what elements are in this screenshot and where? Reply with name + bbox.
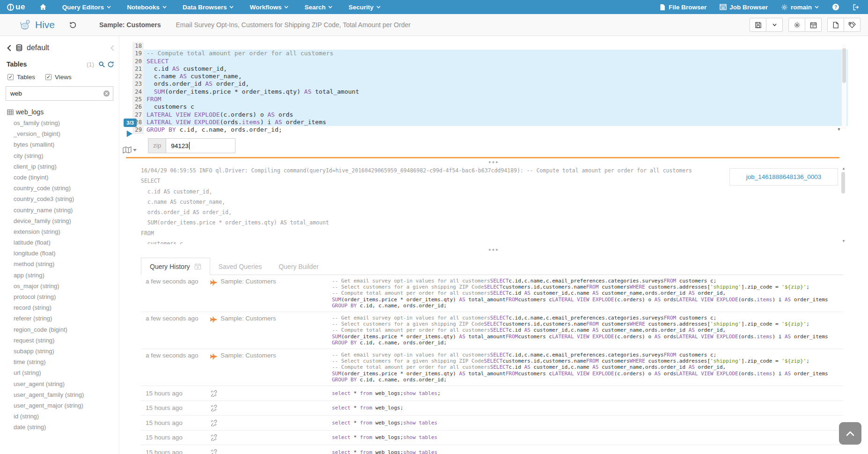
history-row[interactable]: 15 hours agoselect * from web_logs;show …: [141, 416, 843, 431]
column-item[interactable]: time (string): [7, 357, 119, 367]
nav-item-workflows[interactable]: Workflows: [242, 0, 296, 14]
code-line[interactable]: 21 c.id AS customer_id,: [132, 65, 848, 73]
document-subtitle[interactable]: Email Survey Opt-Ins, Customers for Ship…: [176, 21, 411, 29]
column-item[interactable]: longitude (float): [7, 248, 119, 259]
column-item[interactable]: user_agent_family (string): [7, 389, 119, 400]
nav-item-query-editors[interactable]: Query Editors: [54, 0, 119, 14]
editor-scroll-down-icon[interactable]: ▼: [835, 126, 843, 133]
nav-item-user-menu[interactable]: romain: [774, 0, 825, 14]
scroll-down-icon[interactable]: ▼: [842, 239, 846, 243]
resize-handle[interactable]: ●●●: [119, 160, 868, 164]
code-line[interactable]: 25FROM: [132, 96, 848, 103]
column-item[interactable]: os_major (string): [7, 281, 119, 291]
new-query-button[interactable]: [827, 18, 844, 32]
column-item[interactable]: protocol (string): [7, 291, 119, 302]
column-item[interactable]: city (string): [7, 150, 119, 161]
code-line[interactable]: 26 customers c: [132, 103, 848, 111]
filter-views-checkbox[interactable]: ✓ Views: [45, 74, 72, 81]
nav-item-file-browser[interactable]: File Browser: [653, 0, 713, 14]
execute-button[interactable]: [125, 130, 133, 140]
history-row[interactable]: 15 hours agoselect * from web_logs;show …: [141, 445, 843, 454]
column-item[interactable]: url (string): [7, 367, 119, 378]
column-item[interactable]: country_code (string): [7, 183, 119, 194]
nav-item-security[interactable]: Security: [340, 0, 388, 14]
column-item[interactable]: user_agent (string): [7, 379, 119, 389]
nav-item-search[interactable]: Search: [296, 0, 340, 14]
collapse-assist-icon[interactable]: [110, 45, 114, 51]
scrollbar-thumb[interactable]: [841, 172, 845, 194]
code-line[interactable]: 18: [132, 42, 848, 50]
scroll-up-icon[interactable]: ▲: [842, 166, 846, 171]
nav-item-data-browsers[interactable]: Data Browsers: [175, 0, 242, 14]
database-name[interactable]: default: [27, 44, 49, 52]
code-line[interactable]: 27LATERAL VIEW EXPLODE(c.orders) o AS or…: [132, 111, 848, 119]
history-row[interactable]: 15 hours agoselect * from web_logs;: [141, 401, 843, 416]
column-item[interactable]: client_ip (string): [7, 161, 119, 172]
column-item[interactable]: code (tinyint): [7, 172, 119, 183]
column-item[interactable]: _version_ (bigint): [7, 128, 119, 139]
column-item[interactable]: latitude (float): [7, 237, 119, 248]
tab-saved-queries[interactable]: Saved Queries: [210, 258, 271, 275]
tab-query-history[interactable]: Query History: [141, 258, 210, 275]
column-item[interactable]: region_code (bigint): [7, 324, 119, 335]
code-line[interactable]: 28LATERAL VIEW EXPLODE(ords.items) i AS …: [132, 119, 848, 126]
code-line[interactable]: 29GROUP BY c.id, c.name, ords.order_id;: [132, 126, 848, 134]
settings-button[interactable]: [788, 18, 805, 32]
resize-handle[interactable]: ●●●: [119, 248, 868, 252]
save-options-button[interactable]: [766, 18, 783, 32]
column-item[interactable]: country_name (string): [7, 205, 119, 216]
history-row[interactable]: 15 hours agoselect * from web_logs;show …: [141, 386, 843, 401]
schedule-button[interactable]: [805, 18, 822, 32]
back-icon[interactable]: [7, 45, 12, 52]
code-editor[interactable]: 1819-- Compute total amount per order fo…: [132, 42, 848, 134]
nav-item-job-browser[interactable]: Job Browser: [713, 0, 774, 14]
column-item[interactable]: request (string): [7, 335, 119, 346]
search-icon[interactable]: [98, 61, 105, 68]
history-row[interactable]: a few seconds agoSample: Customers-- Get…: [141, 349, 843, 386]
log-scrollbar[interactable]: ▲ ▼: [841, 166, 846, 243]
column-item[interactable]: user_agent_major (string): [7, 400, 119, 411]
column-item[interactable]: record (string): [7, 302, 119, 313]
table-filter-input[interactable]: [6, 86, 113, 101]
clear-history-icon[interactable]: [194, 263, 201, 270]
scroll-to-top-button[interactable]: [839, 422, 861, 445]
column-item[interactable]: method (string): [7, 259, 119, 269]
filter-tables-checkbox[interactable]: ✓ Tables: [7, 74, 35, 81]
history-row[interactable]: a few seconds agoSample: Customers-- Get…: [141, 312, 843, 349]
code-line[interactable]: 24 SUM(order_items.price * order_items.q…: [132, 88, 848, 96]
nav-item-notebooks[interactable]: Notebooks: [119, 0, 175, 14]
logout-button[interactable]: [846, 0, 868, 14]
tags-button[interactable]: [844, 18, 861, 32]
column-item[interactable]: country_code3 (string): [7, 194, 119, 204]
code-line[interactable]: 19-- Compute total amount per order for …: [132, 50, 848, 57]
help-button[interactable]: ?: [825, 0, 846, 14]
column-item[interactable]: app (string): [7, 270, 119, 281]
refresh-icon[interactable]: [107, 61, 114, 68]
job-link[interactable]: job_1461888648136_0003: [729, 168, 838, 186]
document-title[interactable]: Sample: Customers: [99, 21, 161, 29]
scrollbar-thumb[interactable]: [842, 48, 846, 83]
column-item[interactable]: date (string): [7, 422, 119, 432]
column-item[interactable]: device_family (string): [7, 216, 119, 226]
column-item[interactable]: os_family (string): [7, 118, 119, 128]
save-button[interactable]: [750, 18, 766, 32]
code-line[interactable]: 23 ords.order_id AS order_id,: [132, 80, 848, 88]
editor-scrollbar[interactable]: [842, 45, 846, 129]
code-line[interactable]: 22 c.name AS customer_name,: [132, 73, 848, 80]
home-button[interactable]: [32, 3, 54, 11]
clear-search-icon[interactable]: [103, 90, 110, 97]
parameter-value-input[interactable]: 94123: [166, 138, 235, 153]
column-item[interactable]: subapp (string): [7, 346, 119, 357]
tab-query-builder[interactable]: Query Builder: [270, 258, 327, 275]
parameters-menu-button[interactable]: [123, 146, 137, 154]
column-item[interactable]: bytes (smallint): [7, 139, 119, 150]
hue-logo[interactable]: ue: [7, 2, 25, 12]
code-line[interactable]: 20SELECT: [132, 58, 848, 65]
history-row[interactable]: 15 hours agoselect * from web_logs;show …: [141, 431, 843, 446]
column-item[interactable]: id (string): [7, 411, 119, 422]
column-item[interactable]: extension (string): [7, 226, 119, 237]
history-row[interactable]: a few seconds agoSample: Customers-- Get…: [141, 275, 843, 312]
table-item-web-logs[interactable]: web_logs: [7, 108, 119, 116]
column-item[interactable]: referer (string): [7, 313, 119, 324]
query-history-icon[interactable]: [69, 21, 77, 29]
